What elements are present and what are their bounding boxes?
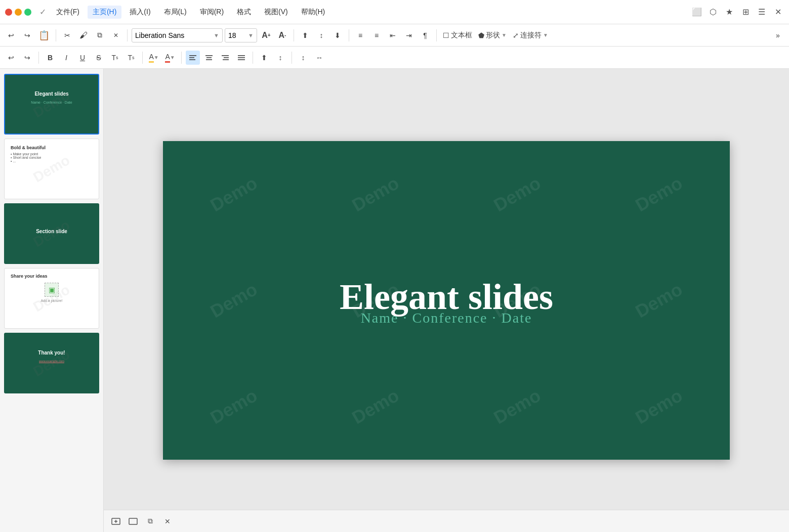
font-size-selector[interactable]: 18 ▼ xyxy=(225,28,257,42)
indent-button[interactable]: ⇥ xyxy=(402,28,416,42)
divider4 xyxy=(349,29,349,41)
undo-button[interactable]: ↩ xyxy=(4,28,18,42)
menu-insert[interactable]: 插入(I) xyxy=(124,6,155,19)
underline-button[interactable]: U xyxy=(75,51,90,65)
menu-format[interactable]: 格式 xyxy=(232,6,256,19)
fontcolor-icon: A xyxy=(165,53,170,63)
divider7 xyxy=(142,52,143,64)
rtl-button[interactable]: ¶ xyxy=(418,28,432,42)
duplicate-slide-button[interactable]: ⧉ xyxy=(143,514,157,528)
menu-review[interactable]: 审阅(R) xyxy=(195,6,229,19)
number-list-button[interactable]: ≡ xyxy=(369,28,384,42)
menu-layout[interactable]: 布局(L) xyxy=(159,6,192,19)
menu-file[interactable]: 文件(F) xyxy=(51,6,85,19)
slide-layout-button[interactable] xyxy=(126,514,140,528)
outdent-button[interactable]: ⇤ xyxy=(386,28,400,42)
format-paint-button[interactable]: 🖌 xyxy=(76,28,91,42)
font-color-button[interactable]: A ▼ xyxy=(163,51,177,65)
slide-thumb-5[interactable]: Demo Thank you! www.example.com xyxy=(4,333,99,393)
undo2-button[interactable]: ↩ xyxy=(4,51,18,65)
paste-button[interactable]: 📋 xyxy=(36,28,52,42)
slide-thumb-2[interactable]: Demo Bold & beautiful • Make your point … xyxy=(4,139,99,199)
strikethrough-button[interactable]: S xyxy=(92,51,106,65)
align-right-button[interactable] xyxy=(218,51,232,65)
decrease-font-button[interactable]: A- xyxy=(275,28,289,42)
slide-thumb-1[interactable]: Demo Elegant slides Name · Conference · … xyxy=(4,74,99,135)
thumb3-title: Section slide xyxy=(5,229,98,234)
menu-view[interactable]: 视图(V) xyxy=(259,6,293,19)
logo-red xyxy=(5,9,12,16)
font-name-value: Liberation Sans xyxy=(135,31,184,39)
close-icon[interactable]: ✕ xyxy=(772,6,784,18)
bell-icon[interactable]: ⬡ xyxy=(707,6,719,18)
justify-button[interactable] xyxy=(234,51,248,65)
bottom-bar: ⧉ ✕ xyxy=(104,510,789,532)
thumb1-title: Elegant slides xyxy=(5,91,98,97)
connector-arrow: ▼ xyxy=(543,32,548,38)
divider10 xyxy=(292,52,292,64)
valign-top-button[interactable]: ⬆ xyxy=(298,28,312,42)
clear-format-button[interactable]: ✕ xyxy=(109,28,123,42)
connector-icon: ⤢ xyxy=(513,31,519,39)
align-center-button[interactable] xyxy=(202,51,216,65)
shape-arrow: ▼ xyxy=(502,32,507,38)
canvas-area: DemoDemoDemoDemo DemoDemoDemoDemo DemoDe… xyxy=(104,69,789,532)
divider3 xyxy=(294,29,294,41)
shape-button[interactable]: ⬟ 形状 ▼ xyxy=(476,28,509,42)
bold-button[interactable]: B xyxy=(43,51,57,65)
titlebar-right: ⬜ ⬡ ★ ⊞ ☰ ✕ xyxy=(691,6,784,18)
title-bar: ✓ 文件(F) 主页(H) 插入(I) 布局(L) 审阅(R) 格式 视图(V)… xyxy=(0,0,789,24)
thumb2-bullet2: • Short and concise xyxy=(11,156,99,159)
fill-color-button[interactable]: A ▼ xyxy=(147,51,161,65)
sidebar-toggle-icon[interactable]: ⬜ xyxy=(691,6,703,18)
add-slide-button[interactable] xyxy=(109,514,123,528)
italic-button[interactable]: I xyxy=(59,51,73,65)
divider8 xyxy=(181,52,182,64)
valign-mid2-button[interactable]: ↕ xyxy=(273,51,287,65)
fontcolor-dropdown[interactable]: ▼ xyxy=(170,55,175,60)
slide-thumb-3[interactable]: Demo Section slide xyxy=(4,203,99,264)
menu-help[interactable]: 帮助(H) xyxy=(296,6,330,19)
watermark-1: Demo xyxy=(4,74,99,135)
valign-mid-button[interactable]: ↕ xyxy=(314,28,328,42)
more-button[interactable]: » xyxy=(771,28,785,42)
cut-button[interactable]: ✂ xyxy=(60,28,74,42)
shape-icon: ⬟ xyxy=(478,31,484,39)
valign-bot-button[interactable]: ⬇ xyxy=(330,28,345,42)
copy-button[interactable]: ⧉ xyxy=(93,28,107,42)
hamburger-icon[interactable]: ☰ xyxy=(756,6,768,18)
superscript-button[interactable]: Ts xyxy=(108,51,122,65)
textbox-button[interactable]: ☐ 文本框 xyxy=(441,28,474,42)
redo-button[interactable]: ↪ xyxy=(20,28,34,42)
fill-icon: A xyxy=(149,53,153,63)
font-size-arrow: ▼ xyxy=(248,32,254,38)
line-spacing-button[interactable]: ↕ xyxy=(296,51,310,65)
subscript-button[interactable]: Ts xyxy=(124,51,138,65)
connector-button[interactable]: ⤢ 连接符 ▼ xyxy=(511,28,550,42)
divider9 xyxy=(253,52,253,64)
increase-font-button[interactable]: A+ xyxy=(259,28,273,42)
char-spacing-button[interactable]: ↔ xyxy=(312,51,326,65)
thumb4-placeholder: Add a picture! xyxy=(5,299,99,302)
slide-thumb-4[interactable]: Demo Share your ideas ▣ Add a picture! xyxy=(4,268,99,329)
fill-dropdown[interactable]: ▼ xyxy=(154,55,159,60)
align-left-button[interactable] xyxy=(186,51,200,65)
check-icon: ✓ xyxy=(39,7,46,17)
font-size-value: 18 xyxy=(228,31,236,39)
star-icon[interactable]: ★ xyxy=(723,6,735,18)
delete-slide-button[interactable]: ✕ xyxy=(160,514,175,528)
logo-green xyxy=(24,9,31,16)
svg-rect-15 xyxy=(129,518,137,524)
grid-icon[interactable]: ⊞ xyxy=(739,6,752,18)
redo2-button[interactable]: ↪ xyxy=(20,51,34,65)
font-name-selector[interactable]: Liberation Sans ▼ xyxy=(132,28,223,42)
bullet-list-button[interactable]: ≡ xyxy=(353,28,367,42)
valign-top2-button[interactable]: ⬆ xyxy=(257,51,271,65)
main-slide[interactable]: DemoDemoDemoDemo DemoDemoDemoDemo DemoDe… xyxy=(163,141,730,460)
thumb2-bullet3: • ... xyxy=(11,159,99,163)
slide-main-subtitle[interactable]: Name · Conference · Date xyxy=(361,310,532,326)
textbox-label: 文本框 xyxy=(451,31,472,40)
app-logo xyxy=(5,9,31,16)
menu-home[interactable]: 主页(H) xyxy=(88,6,121,19)
thumb2-bullet1: • Make your point xyxy=(11,152,99,156)
